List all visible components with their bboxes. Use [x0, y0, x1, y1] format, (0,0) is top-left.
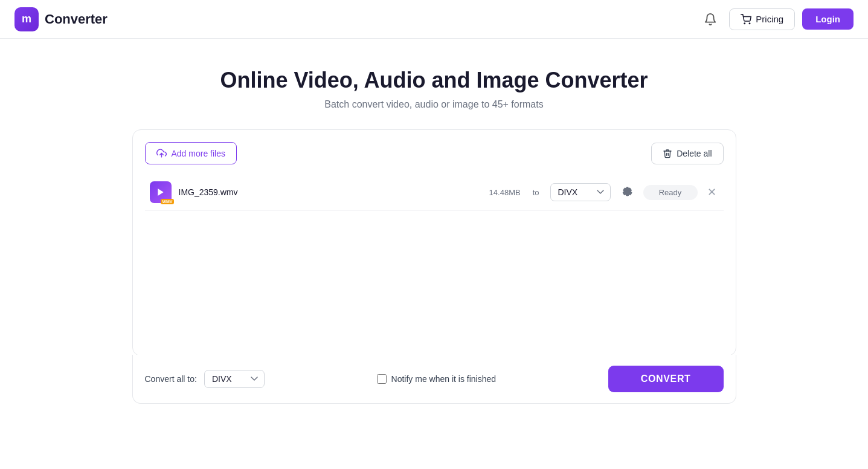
file-settings-button[interactable]: [618, 183, 636, 202]
format-select[interactable]: DIVX MP4 AVI MOV MKV WMV FLV MP3 AAC WAV: [550, 183, 611, 201]
convert-all-select[interactable]: DIVX MP4 AVI MOV MKV WMV FLV MP3 AAC WAV…: [204, 370, 265, 388]
notify-label: Notify me when it is finished: [391, 374, 497, 384]
file-name: IMG_2359.wmv: [179, 187, 482, 197]
trash-icon: [663, 149, 672, 158]
cart-icon: [741, 14, 751, 25]
page-subtitle: Batch convert video, audio or image to 4…: [324, 99, 543, 110]
table-row: WMV IMG_2359.wmv 14.48MB to DIVX MP4 AVI…: [145, 174, 724, 211]
header-right: Pricing Login: [699, 8, 854, 31]
bell-button[interactable]: [699, 8, 722, 31]
video-icon: [156, 187, 166, 197]
gear-icon: [622, 186, 632, 196]
main-content: Online Video, Audio and Image Converter …: [0, 39, 868, 416]
bottom-bar: Convert all to: DIVX MP4 AVI MOV MKV WMV…: [132, 355, 736, 404]
bell-icon: [704, 13, 717, 26]
file-area: Add more files Delete all WMV: [132, 129, 736, 356]
upload-icon: [156, 148, 167, 158]
add-files-button[interactable]: Add more files: [145, 142, 237, 164]
convert-all-wrap: Convert all to: DIVX MP4 AVI MOV MKV WMV…: [145, 370, 265, 388]
header-left: m Converter: [14, 7, 108, 31]
file-size: 14.48MB: [489, 188, 521, 197]
convert-button[interactable]: CONVERT: [608, 366, 724, 392]
remove-file-button[interactable]: ✕: [705, 184, 719, 200]
app-title: Converter: [45, 11, 108, 27]
svg-marker-3: [158, 189, 163, 196]
status-badge: Ready: [643, 185, 698, 200]
header: m Converter Pricing Login: [0, 0, 868, 39]
convert-all-label: Convert all to:: [145, 374, 197, 384]
file-area-header: Add more files Delete all: [145, 142, 724, 164]
svg-point-0: [744, 23, 745, 24]
svg-point-1: [750, 23, 751, 24]
logo-icon: m: [14, 7, 39, 31]
login-button[interactable]: Login: [802, 8, 854, 30]
to-label: to: [533, 188, 539, 197]
notify-checkbox[interactable]: [377, 374, 387, 384]
notify-wrap: Notify me when it is finished: [377, 374, 497, 384]
pricing-button[interactable]: Pricing: [729, 8, 795, 30]
delete-all-button[interactable]: Delete all: [651, 143, 723, 164]
file-list: WMV IMG_2359.wmv 14.48MB to DIVX MP4 AVI…: [145, 174, 724, 343]
page-title: Online Video, Audio and Image Converter: [220, 68, 648, 93]
file-type-icon: WMV: [150, 181, 172, 203]
